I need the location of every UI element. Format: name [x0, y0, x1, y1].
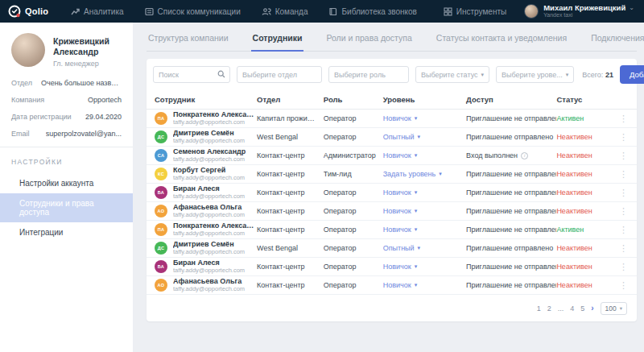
nav-item-analytics[interactable]: Аналитика [71, 7, 124, 16]
nav-item-label: Аналитика [84, 7, 124, 16]
sidebar-item-employees-access[interactable]: Сотрудники и права доступа [0, 193, 133, 222]
level-dropdown[interactable]: Новичок ▾ [383, 226, 466, 234]
cell-role: Оператор [324, 133, 383, 141]
tools-menu[interactable]: Инструменты [444, 7, 506, 16]
row-menu-button[interactable]: ⋮ [617, 225, 630, 235]
tabs-bar: Структура компании Сотрудники Роли и пра… [133, 23, 644, 52]
chevron-down-icon: ⌄ [629, 5, 634, 12]
row-menu-button[interactable]: ⋮ [617, 188, 630, 198]
status-badge: Неактивен [556, 188, 606, 197]
cell-department: Контакт-центр [257, 263, 324, 271]
row-menu-button[interactable]: ⋮ [617, 206, 630, 217]
level-link-label: Новичок [383, 281, 411, 289]
next-page-button[interactable]: › [591, 304, 593, 313]
employee-name: Афанасьева Ольга [173, 278, 245, 286]
row-menu-button[interactable]: ⋮ [617, 262, 630, 272]
nav-item-call-library[interactable]: Библиотека звонков [328, 7, 416, 16]
level-dropdown[interactable]: Новичок ▾ [383, 281, 466, 289]
chevron-down-icon: ▾ [620, 305, 622, 312]
cell-access: Приглашение отправлено [466, 244, 556, 252]
table-row: БА Биран Алеся taffy.addy@opportech.com … [147, 258, 637, 276]
level-dropdown[interactable]: Опытный ▾ [383, 133, 466, 141]
divider [0, 147, 133, 147]
status-badge: Неактивен [556, 281, 606, 289]
sidebar-item-integrations[interactable]: Интеграции [0, 222, 133, 242]
nav-item-label: Библиотека звонков [341, 7, 416, 16]
cell-access: Приглашение не отправлено [466, 226, 556, 234]
row-menu-button[interactable]: ⋮ [617, 114, 630, 124]
nav-item-team[interactable]: Команда [262, 7, 308, 16]
page-button-4[interactable]: 4 [570, 304, 574, 313]
employee-cell: ПА Понкратенко Александр taffy.addy@oppo… [155, 222, 257, 237]
employee-name: Понкратенко Александр [173, 222, 257, 230]
profile-name: Крижевицкий Александр [53, 36, 123, 57]
brand-name: Qolio [25, 6, 48, 16]
row-menu-button[interactable]: ⋮ [617, 243, 630, 254]
detail-email: Email superpolzovatel@yan... [11, 130, 122, 138]
column-header-employee: Сотрудник [155, 95, 257, 104]
row-avatar: ПА [155, 112, 167, 125]
cell-access-label: Приглашение не отправлено [466, 188, 556, 197]
tab-company-structure[interactable]: Структура компании [147, 33, 230, 51]
level-dropdown[interactable]: Опытный ▾ [383, 244, 466, 252]
row-menu-button[interactable]: ⋮ [617, 169, 630, 180]
table-row: ДС Дмитриев Семён taffy.addy@opportech.c… [147, 128, 637, 147]
tab-roles-access[interactable]: Роли и права доступа [324, 33, 413, 51]
level-link-label: Новичок [383, 114, 411, 122]
chevron-down-icon: ▾ [415, 115, 418, 122]
chevron-down-icon: ▾ [481, 72, 485, 78]
employee-name: Биран Алеся [173, 185, 245, 193]
row-menu-button[interactable]: ⋮ [617, 151, 630, 161]
tab-connections[interactable]: Подключения [589, 33, 644, 51]
cell-access-label: Приглашение отправлено [466, 133, 553, 141]
level-dropdown[interactable]: Задать уровень ▾ [383, 170, 466, 178]
chevron-down-icon: ▾ [415, 208, 418, 214]
status-filter-select[interactable]: Выберите статус ▾ [415, 66, 489, 83]
info-icon[interactable]: i [521, 152, 528, 159]
tab-employees[interactable]: Сотрудники [251, 33, 304, 52]
page-size-select[interactable]: 100 ▾ [601, 302, 627, 315]
page-ellipsis: ... [558, 304, 564, 313]
detail-value: 29.04.2020 [85, 113, 122, 121]
row-menu-button[interactable]: ⋮ [617, 132, 630, 143]
user-menu[interactable]: Михаил Крижевицкий ⌄ Yandex taxi [524, 4, 634, 19]
cell-access: Приглашение не отправлено [466, 263, 556, 271]
row-menu-button[interactable]: ⋮ [617, 280, 630, 291]
level-dropdown[interactable]: Новичок ▾ [383, 151, 466, 159]
cell-role: Оператор [324, 263, 383, 271]
employee-email: taffy.addy@opportech.com [173, 156, 246, 163]
cell-access-label: Приглашение не отправлено [466, 226, 556, 234]
employees-card: Выберите статус ▾ Выберите урове... ▾ Вс… [147, 59, 637, 321]
page-button-5[interactable]: 5 [580, 304, 584, 313]
employee-cell: СА Семенов Александр taffy.addy@opportec… [155, 148, 257, 163]
department-filter-input[interactable] [237, 66, 322, 83]
nav-item-label: Список коммуникации [158, 7, 241, 16]
cell-department: Контакт-центр [257, 207, 324, 215]
cell-access-label: Приглашение не отправлено [466, 281, 556, 289]
level-dropdown[interactable]: Новичок ▾ [383, 188, 466, 197]
tab-contact-statuses[interactable]: Статусы контакта и уведомления [435, 33, 568, 51]
chevron-down-icon: ▾ [415, 226, 418, 233]
nav-item-communications[interactable]: Список коммуникации [145, 7, 241, 16]
cell-access: Приглашение не отправлено [466, 170, 556, 178]
page-button-1[interactable]: 1 [537, 304, 541, 313]
brand[interactable]: Qolio [8, 5, 48, 18]
communication-list-icon [145, 7, 154, 16]
role-filter-input[interactable] [328, 66, 409, 83]
sidebar: Крижевицкий Александр Гл. менеджер Отдел… [0, 23, 133, 352]
table-row: СА Семенов Александр taffy.addy@opportec… [147, 147, 637, 165]
cell-access: Приглашение не отправлено [466, 207, 556, 215]
detail-label: Email [11, 130, 30, 138]
status-badge: Неактивен [556, 263, 606, 271]
level-dropdown[interactable]: Новичок ▾ [383, 114, 466, 122]
level-dropdown[interactable]: Новичок ▾ [383, 207, 466, 215]
employee-cell: КС Корбут Сергей taffy.addy@opportech.co… [155, 167, 257, 181]
level-link-label: Новичок [383, 188, 411, 197]
add-user-button[interactable]: Добавить пользователя [620, 65, 644, 84]
page-button-2[interactable]: 2 [547, 304, 551, 313]
cell-role: Тим-лид [324, 170, 383, 178]
level-dropdown[interactable]: Новичок ▾ [383, 263, 466, 271]
call-library-icon [328, 7, 337, 16]
level-filter-select[interactable]: Выберите урове... ▾ [496, 66, 574, 83]
sidebar-item-account-settings[interactable]: Настройки аккаунта [0, 173, 133, 193]
